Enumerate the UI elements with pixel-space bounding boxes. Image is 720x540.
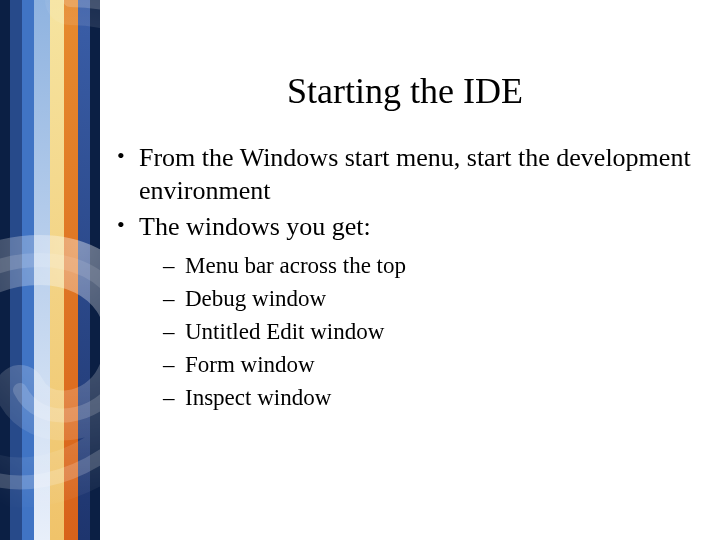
stripe: [0, 0, 10, 540]
stripe: [90, 0, 100, 540]
stripe: [64, 0, 78, 540]
decorative-sidebar: [0, 0, 100, 540]
list-item: The windows you get: Menu bar across the…: [115, 211, 695, 413]
list-item-text: Untitled Edit window: [185, 319, 384, 344]
sub-bullet-list: Menu bar across the top Debug window Unt…: [139, 250, 695, 413]
list-item-text: Menu bar across the top: [185, 253, 406, 278]
slide-title: Starting the IDE: [105, 70, 705, 112]
list-item-text: Inspect window: [185, 385, 331, 410]
list-item: Untitled Edit window: [163, 316, 695, 347]
stripe: [10, 0, 22, 540]
list-item-text: Debug window: [185, 286, 326, 311]
list-item: Debug window: [163, 283, 695, 314]
list-item: Inspect window: [163, 382, 695, 413]
slide-content: Starting the IDE From the Windows start …: [105, 0, 705, 417]
stripe: [50, 0, 64, 540]
slide: Starting the IDE From the Windows start …: [0, 0, 720, 540]
list-item: From the Windows start menu, start the d…: [115, 142, 695, 207]
list-item: Form window: [163, 349, 695, 380]
stripe: [34, 0, 50, 540]
list-item: Menu bar across the top: [163, 250, 695, 281]
list-item-text: Form window: [185, 352, 315, 377]
stripe: [22, 0, 34, 540]
list-item-text: The windows you get:: [139, 212, 371, 241]
list-item-text: From the Windows start menu, start the d…: [139, 143, 691, 205]
stripe: [78, 0, 90, 540]
bullet-list: From the Windows start menu, start the d…: [105, 142, 705, 413]
